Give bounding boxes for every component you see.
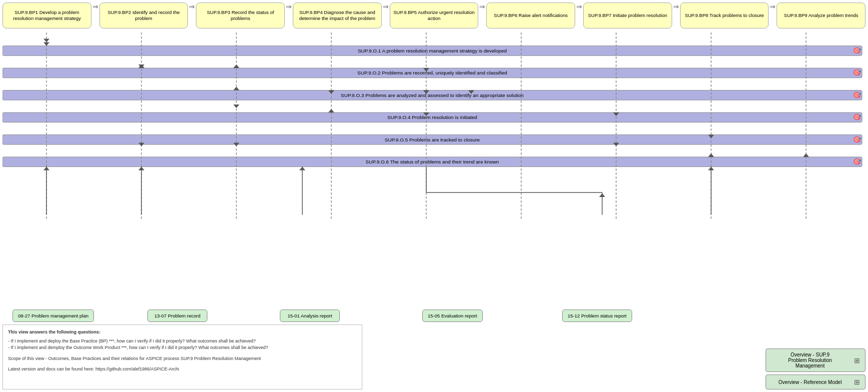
svg-marker-28 [138,64,144,68]
info-line3: - If I implement and demploy the Outcome… [8,344,357,352]
svg-marker-54 [43,166,49,170]
svg-marker-40 [233,64,239,68]
svg-text:🎯: 🎯 [853,47,862,54]
bp5-wrapper: SUP.9.BP5 Authorize urgent resolution ac… [390,2,479,28]
svg-marker-42 [138,142,144,146]
svg-marker-33 [423,68,429,72]
nav2-label: Overview - Reference Model [771,380,849,385]
svg-text:🎯: 🎯 [853,136,862,144]
svg-marker-46 [803,154,809,157]
svg-text:SUP.9.O.5 Problems are tracked: SUP.9.O.5 Problems are tracked to closur… [385,137,480,142]
wp3-box[interactable]: 15-01 Analysis report [280,310,340,322]
svg-rect-12 [2,134,862,144]
bp4-box[interactable]: SUP.9.BP4 Diagnose the cause and determi… [293,2,382,28]
svg-marker-32 [328,109,334,112]
svg-marker-35 [423,112,429,116]
bp8-wrapper: SUP.9.BP8 Track problems to closure [680,2,769,28]
svg-text:SUP.9.O.3 Problems are analyze: SUP.9.O.3 Problems are analyzed and asse… [341,92,524,98]
svg-marker-44 [613,142,619,146]
diagram-svg: SUP.9.O.1 A problem resolution managemen… [2,32,866,312]
svg-marker-55 [138,166,144,170]
bp9-box[interactable]: SUP.9.BP9 Analyze problem trends [777,2,866,28]
svg-rect-9 [2,112,862,122]
svg-marker-38 [708,134,714,138]
svg-marker-56 [299,166,305,170]
svg-rect-0 [2,46,862,56]
bp3-box[interactable]: SUP.9.BP3 Record the status of problems [196,2,285,28]
bp-arrow-1: ⇒ [91,2,99,28]
bp-arrow-3: ⇒ [285,2,293,28]
svg-rect-3 [2,68,862,78]
bp1-wrapper: SUP.9.BP1 Develop a problem resolution m… [2,2,91,28]
svg-text:🎯: 🎯 [853,69,862,76]
info-line1: This view answers the following question… [8,329,357,336]
svg-rect-6 [2,90,862,100]
svg-text:SUP.9.O.1 A problem resolution: SUP.9.O.1 A problem resolution managemen… [358,48,507,54]
bp2-wrapper: SUP.9.BP2 Identify and record the proble… [99,2,188,28]
bp3-wrapper: SUP.9.BP3 Record the status of problems [196,2,285,28]
svg-marker-31 [328,90,334,94]
svg-marker-27 [43,42,49,46]
nav-boxes: Overview - SUP.9 Problem Resolution Mana… [766,348,866,390]
bp-arrow-7: ⇒ [672,2,680,28]
svg-marker-45 [708,154,714,157]
wp2-box[interactable]: 13-07 Problem record [147,310,207,322]
bp9-wrapper: SUP.9.BP9 Analyze problem trends [777,2,866,28]
bp-arrow-5: ⇒ [478,2,486,28]
nav2-box[interactable]: Overview - Reference Model ⊞ [766,374,866,390]
svg-marker-37 [613,112,619,116]
svg-rect-15 [2,157,862,167]
nav2-icon: ⊞ [854,378,860,386]
svg-marker-43 [233,142,239,146]
bp4-wrapper: SUP.9.BP4 Diagnose the cause and determi… [293,2,382,28]
main-container: SUP.9.BP1 Develop a problem resolution m… [0,0,868,392]
bp1-box[interactable]: SUP.9.BP1 Develop a problem resolution m… [2,2,91,28]
nav1-icon: ⊞ [854,356,860,364]
bp6-box[interactable]: SUP.9.BP6 Raise alert notifications [486,2,575,28]
wp4-box[interactable]: 15-05 Evaluation report [422,310,483,322]
bp7-wrapper: SUP.9.BP7 Initiate problem resolution [583,2,672,28]
info-line2: - If I implement and deploy the Base Pra… [8,338,357,345]
bp-arrow-8: ⇒ [769,2,777,28]
svg-text:🎯: 🎯 [853,158,862,166]
svg-text:SUP.9.O.6 The status of proble: SUP.9.O.6 The status of problems and the… [366,160,499,164]
info-line7: Latest version and docs can be found her… [8,366,357,373]
wp5-box[interactable]: 15-12 Problem status report [562,310,632,322]
svg-text:🎯: 🎯 [853,114,862,121]
bp8-box[interactable]: SUP.9.BP8 Track problems to closure [680,2,769,28]
info-box: This view answers the following question… [2,324,362,390]
svg-marker-57 [599,194,605,197]
bp5-box[interactable]: SUP.9.BP5 Authorize urgent resolution ac… [390,2,479,28]
bp-arrow-2: ⇒ [188,2,196,28]
svg-marker-34 [423,90,429,94]
nav1-label: Overview - SUP.9 Problem Resolution Mana… [771,352,849,368]
wp1-box[interactable]: 08-27 Problem management plan [12,310,94,322]
svg-text:🎯: 🎯 [853,92,862,99]
svg-marker-58 [708,166,714,170]
bp7-box[interactable]: SUP.9.BP7 Initiate problem resolution [583,2,672,28]
info-line5: Scope of this view - Outcomes, Base Prac… [8,356,357,362]
svg-text:SUP.9.O.4 Problem resolution i: SUP.9.O.4 Problem resolution is initiate… [387,115,477,120]
svg-marker-29 [138,64,144,68]
svg-text:SUP.9.O.2 Problems are recorde: SUP.9.O.2 Problems are recorded, uniquel… [357,70,507,76]
svg-marker-39 [43,38,49,42]
bp6-wrapper: SUP.9.BP6 Raise alert notifications [486,2,575,28]
bp-arrow-4: ⇒ [382,2,390,28]
svg-marker-36 [468,90,474,94]
svg-marker-30 [233,86,239,90]
svg-marker-41 [233,104,239,108]
bp-row: SUP.9.BP1 Develop a problem resolution m… [2,2,866,28]
bp-arrow-6: ⇒ [575,2,583,28]
bp2-box[interactable]: SUP.9.BP2 Identify and record the proble… [99,2,188,28]
nav1-box[interactable]: Overview - SUP.9 Problem Resolution Mana… [766,348,866,372]
